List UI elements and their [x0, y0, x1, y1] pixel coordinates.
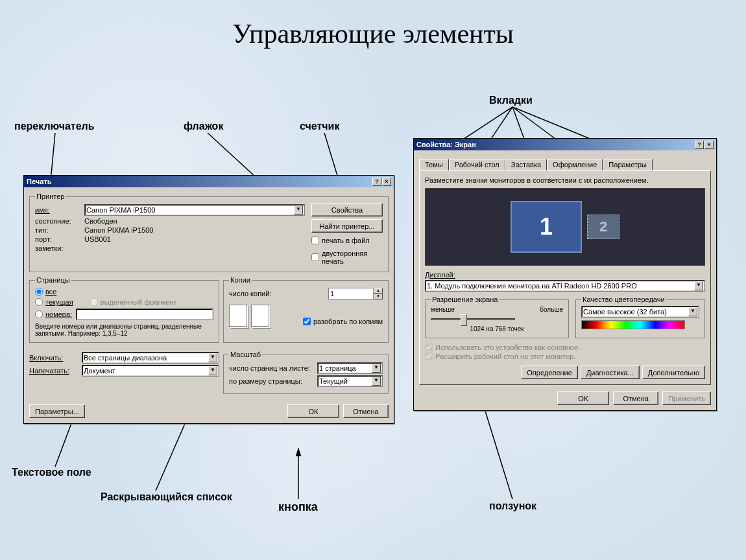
- callout-dropdown: Раскрывающийся список: [101, 491, 232, 503]
- printer-legend: Принтер: [35, 192, 66, 200]
- port-value: USB001: [84, 235, 111, 243]
- tab-settings[interactable]: Параметры: [603, 159, 653, 170]
- close-icon[interactable]: ×: [382, 178, 391, 186]
- pages-per-sheet-label: число страниц на листе:: [229, 364, 313, 372]
- tab-screensaver[interactable]: Заставка: [505, 159, 547, 170]
- quality-group: Качество цветопередачи Самое высокое (32…: [575, 296, 705, 338]
- callout-counter: счетчик: [300, 121, 339, 132]
- chevron-down-icon: ▼: [208, 353, 217, 362]
- fit-value: Текущий: [319, 377, 348, 385]
- display-titlebar: Свойства: Экран ? ×: [414, 139, 716, 150]
- print-what-value: Документ: [84, 367, 115, 375]
- params-button[interactable]: Параметры...: [29, 404, 85, 418]
- state-value: Свободен: [84, 217, 117, 225]
- tab-appearance[interactable]: Оформление: [547, 159, 603, 170]
- port-label: порт:: [35, 235, 80, 243]
- ok-button[interactable]: ОК: [287, 404, 339, 418]
- pages-per-sheet-value: 1 страница: [319, 364, 356, 372]
- callout-switch: переключатель: [14, 121, 95, 132]
- copies-spinner[interactable]: ▲▼: [328, 288, 383, 299]
- use-primary-label: Использовать это устройство как основное…: [435, 344, 580, 351]
- close-icon[interactable]: ×: [704, 141, 714, 149]
- print-what-combo[interactable]: Документ▼: [82, 365, 219, 377]
- fit-label: по размеру страницы:: [229, 377, 313, 385]
- scale-legend: Масштаб: [229, 351, 262, 358]
- chevron-down-icon: ▼: [294, 205, 303, 215]
- res-value: 1024 на 768 точек: [431, 325, 563, 332]
- pages-per-sheet-combo[interactable]: 1 страница▼: [317, 362, 383, 374]
- tab-panel-settings: Разместите значки мониторов в соответств…: [419, 170, 711, 385]
- res-less-label: меньше: [431, 306, 455, 313]
- fit-combo[interactable]: Текущий▼: [317, 375, 383, 387]
- cancel-button[interactable]: Отмена: [343, 404, 389, 418]
- print-title: Печать: [27, 178, 51, 185]
- callout-tabs: Вкладки: [489, 95, 533, 106]
- identify-button[interactable]: Определение: [521, 366, 578, 379]
- extend-checkbox: Расширить рабочий стол на этот монитор.: [425, 353, 705, 360]
- cancel-button[interactable]: Отмена: [613, 391, 658, 405]
- type-value: Canon PIXMA iP1500: [84, 226, 153, 234]
- pages-numbers-input[interactable]: [76, 309, 213, 320]
- spinner-down-icon[interactable]: ▼: [374, 294, 383, 299]
- pages-current-radio[interactable]: текущая: [35, 298, 73, 306]
- chevron-down-icon: ▼: [208, 366, 217, 375]
- resolution-slider[interactable]: [431, 318, 515, 320]
- monitor-1[interactable]: 1: [511, 201, 582, 253]
- scale-group: Масштаб число страниц на листе: 1 страни…: [223, 351, 389, 394]
- pages-selection-radio: выделенный фрагмент: [90, 298, 177, 306]
- apply-button[interactable]: Применить: [662, 391, 711, 405]
- callout-slider: ползунок: [489, 500, 536, 512]
- quality-legend: Качество цветопередачи: [581, 296, 666, 303]
- use-primary-checkbox: Использовать это устройство как основное…: [425, 344, 705, 351]
- monitor-2[interactable]: 2: [587, 215, 620, 239]
- ok-button[interactable]: OK: [557, 391, 609, 405]
- quality-combo[interactable]: Самое высокое (32 бита) ▼: [581, 306, 699, 318]
- pages-hint: Введите номера или диапазоны страниц, ра…: [35, 323, 213, 337]
- callout-button: кнопка: [278, 500, 318, 514]
- display-title: Свойства: Экран: [416, 141, 476, 148]
- pages-numbers-radio[interactable]: номера:: [35, 310, 72, 318]
- properties-button[interactable]: Свойства: [311, 203, 383, 216]
- chevron-down-icon: ▼: [372, 364, 381, 373]
- help-icon[interactable]: ?: [695, 141, 704, 149]
- collate-label: разобрать по копиям: [313, 318, 383, 325]
- copies-legend: Копии: [229, 276, 252, 284]
- type-label: тип:: [35, 226, 80, 234]
- resolution-legend: Разрешение экрана: [431, 296, 499, 303]
- print-to-file-checkbox[interactable]: печать в файл: [311, 237, 383, 244]
- tab-themes[interactable]: Темы: [419, 159, 449, 170]
- printer-name-combo[interactable]: Canon PIXMA iP1500 ▼: [84, 204, 305, 216]
- collate-checkbox[interactable]: разобрать по копиям: [303, 318, 383, 325]
- advanced-button[interactable]: Дополнительно: [642, 366, 705, 379]
- notes-label: заметки:: [35, 244, 80, 252]
- find-printer-button[interactable]: Найти принтер...: [311, 219, 383, 233]
- print-titlebar: Печать ? ×: [24, 176, 394, 187]
- display-tabs: Темы Рабочий стол Заставка Оформление Па…: [419, 158, 711, 170]
- quality-value: Самое высокое (32 бита): [583, 308, 667, 316]
- pages-all-label: все: [45, 288, 56, 296]
- include-label: Включить:: [29, 354, 78, 362]
- spinner-up-icon[interactable]: ▲: [374, 288, 383, 294]
- display-dialog: Свойства: Экран ? × Темы Рабочий стол За…: [413, 138, 717, 411]
- print-to-file-label: печать в файл: [322, 237, 370, 244]
- chevron-down-icon: ▼: [372, 377, 381, 386]
- extend-label: Расширить рабочий стол на этот монитор.: [435, 353, 576, 360]
- arrange-text: Разместите значки мониторов в соответств…: [425, 176, 705, 184]
- copies-input[interactable]: [328, 288, 374, 299]
- diagnose-button[interactable]: Диагностика...: [581, 366, 640, 379]
- color-strip: [581, 320, 685, 329]
- slider-thumb[interactable]: [461, 314, 467, 326]
- res-more-label: больше: [540, 306, 563, 313]
- display-combo[interactable]: 1. Модуль подключения монитора на ATI Ra…: [425, 280, 705, 292]
- tab-desktop[interactable]: Рабочий стол: [449, 159, 505, 170]
- pages-all-radio[interactable]: все: [35, 288, 213, 296]
- include-combo[interactable]: Все страницы диапазона▼: [82, 352, 219, 364]
- display-label: Дисплей:: [425, 271, 455, 279]
- help-icon[interactable]: ?: [372, 178, 381, 186]
- callout-textfield: Текстовое поле: [12, 467, 91, 478]
- chevron-down-icon: ▼: [688, 307, 697, 316]
- duplex-checkbox[interactable]: двусторонняя печать: [311, 250, 383, 265]
- include-value: Все страницы диапазона: [84, 354, 167, 362]
- collate-preview-icon: [251, 305, 269, 327]
- monitor-area[interactable]: 1 2: [425, 188, 705, 266]
